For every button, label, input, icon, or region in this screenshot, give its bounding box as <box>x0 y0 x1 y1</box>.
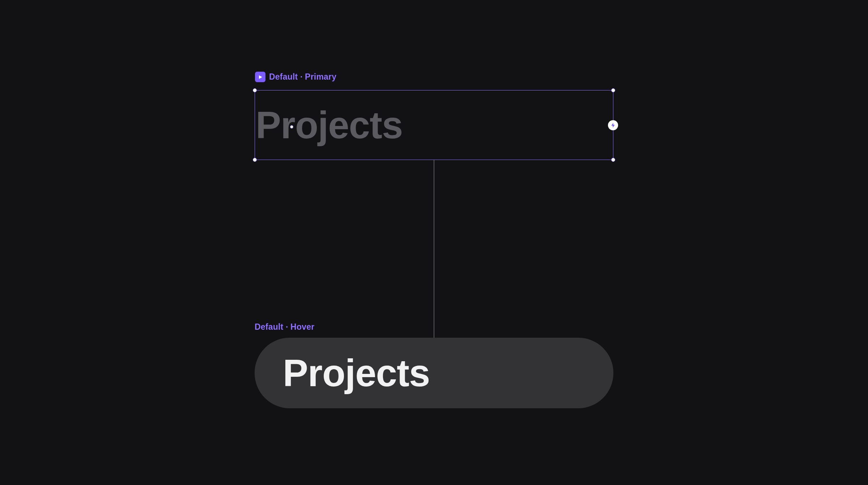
component-frame-primary[interactable]: Projects <box>255 90 613 160</box>
component-frame-hover[interactable]: Projects <box>255 338 613 408</box>
selection-handle-top-right[interactable] <box>611 88 615 92</box>
prototype-action-badge[interactable] <box>608 120 618 130</box>
nav-item-hover-text: Projects <box>283 354 430 392</box>
selection-handle-bottom-right[interactable] <box>611 158 615 162</box>
variant-label-primary-text: Default · Primary <box>269 72 336 82</box>
inner-selection-marker[interactable] <box>290 125 293 128</box>
variant-label-primary[interactable]: Default · Primary <box>255 72 336 82</box>
variant-label-hover[interactable]: Default · Hover <box>255 322 314 332</box>
design-canvas[interactable]: Default · Primary Projects Default · Hov… <box>0 0 868 485</box>
prototype-connector-line <box>434 160 434 338</box>
nav-item-primary-text: Projects <box>256 106 403 144</box>
selection-handle-bottom-left[interactable] <box>253 158 257 162</box>
selection-handle-top-left[interactable] <box>253 88 257 92</box>
bolt-icon <box>610 122 616 128</box>
play-icon <box>255 72 265 82</box>
